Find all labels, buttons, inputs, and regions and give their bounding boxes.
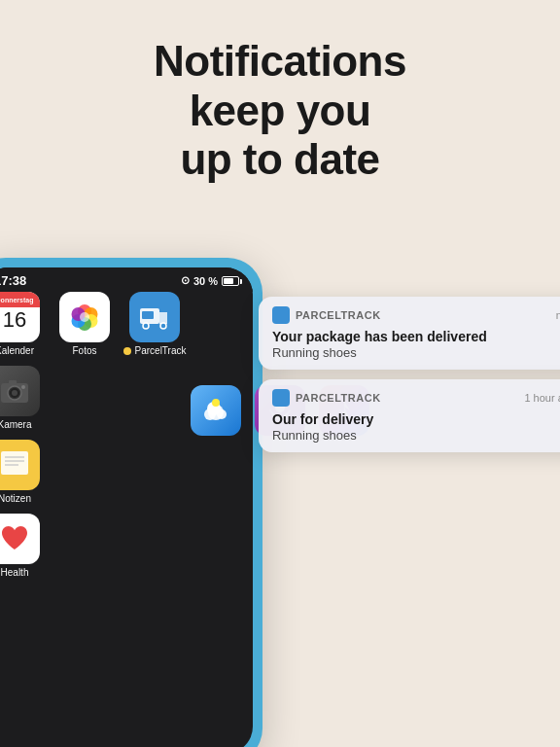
weather-app[interactable] bbox=[191, 385, 241, 436]
health-label: Health bbox=[1, 567, 29, 578]
app-row-4: Health bbox=[0, 514, 253, 578]
phone-mockup: 17:38 ⊙ 30 % Donnerstag 16 Kalender bbox=[0, 258, 282, 747]
svg-point-10 bbox=[160, 323, 166, 329]
kalender-app[interactable]: Donnerstag 16 Kalender bbox=[0, 292, 45, 356]
battery-icon bbox=[222, 276, 239, 286]
app-row-3: Notizen bbox=[0, 440, 253, 504]
kalender-day: Donnerstag bbox=[0, 292, 40, 307]
notifications-overlay: PARCELTRACK now Your package has been de… bbox=[259, 297, 560, 462]
notif-app-info-1: PARCELTRACK bbox=[272, 306, 381, 324]
svg-rect-16 bbox=[9, 380, 17, 384]
health-heart-icon bbox=[0, 522, 31, 555]
kalender-label: Kalender bbox=[0, 345, 34, 356]
notizen-app[interactable]: Notizen bbox=[0, 440, 45, 504]
parceltrack-label-wrap: ParcelTrack bbox=[123, 345, 187, 356]
parceltrack-label: ParcelTrack bbox=[135, 345, 187, 356]
fotos-icon bbox=[59, 292, 110, 342]
status-right: ⊙ 30 % bbox=[181, 274, 239, 287]
fotos-flower-icon bbox=[66, 299, 103, 336]
fotos-app[interactable]: Fotos bbox=[54, 292, 115, 356]
weather-icon bbox=[200, 395, 231, 426]
svg-point-26 bbox=[212, 399, 220, 407]
status-bar: 17:38 ⊙ 30 % bbox=[0, 267, 253, 292]
notification-dot bbox=[123, 347, 131, 355]
notif-app-icon-1 bbox=[272, 306, 290, 324]
notif-title-1: Your package has been delivered bbox=[272, 328, 560, 345]
notif-app-icon-2 bbox=[272, 389, 290, 407]
notification-card-2: PARCELTRACK 1 hour ago Our for delivery … bbox=[259, 379, 560, 452]
health-app[interactable]: Health bbox=[0, 514, 45, 578]
phone-screen: 17:38 ⊙ 30 % Donnerstag 16 Kalender bbox=[0, 267, 253, 747]
notizen-label: Notizen bbox=[0, 493, 31, 504]
parceltrack-app[interactable]: ParcelTrack bbox=[124, 292, 185, 356]
health-icon bbox=[0, 514, 40, 564]
parcel-truck-icon bbox=[138, 301, 171, 334]
notes-icon bbox=[0, 444, 32, 479]
svg-marker-8 bbox=[159, 312, 167, 324]
notizen-icon bbox=[0, 440, 40, 490]
header-section: Notifications keep you up to date bbox=[0, 0, 560, 204]
notif-subtitle-1: Running shoes bbox=[272, 345, 560, 360]
notif-title-2: Our for delivery bbox=[272, 410, 560, 428]
notif-subtitle-2: Running shoes bbox=[272, 428, 560, 443]
status-time: 17:38 bbox=[0, 273, 26, 288]
notif-time-1: now bbox=[556, 309, 560, 321]
app-row-1: Donnerstag 16 Kalender bbox=[0, 292, 253, 356]
notif-app-name-2: PARCELTRACK bbox=[296, 392, 381, 404]
svg-point-6 bbox=[80, 312, 89, 322]
svg-point-9 bbox=[143, 323, 149, 329]
svg-rect-11 bbox=[142, 311, 154, 319]
fotos-label: Fotos bbox=[72, 345, 96, 356]
svg-rect-18 bbox=[1, 451, 28, 475]
wifi-icon: ⊙ bbox=[181, 274, 190, 287]
notif-time-2: 1 hour ago bbox=[524, 392, 560, 404]
parceltrack-icon bbox=[129, 292, 180, 342]
notif-header-2: PARCELTRACK 1 hour ago bbox=[272, 389, 560, 407]
kalender-date: 16 bbox=[3, 309, 26, 331]
header-title: Notifications keep you up to date bbox=[0, 37, 560, 185]
battery-pct: 30 % bbox=[193, 275, 218, 287]
notif-app-name-1: PARCELTRACK bbox=[296, 309, 381, 321]
notif-app-info-2: PARCELTRACK bbox=[272, 389, 381, 407]
kalender-icon: Donnerstag 16 bbox=[0, 292, 40, 342]
notification-card-1: PARCELTRACK now Your package has been de… bbox=[259, 297, 560, 370]
phone-frame: 17:38 ⊙ 30 % Donnerstag 16 Kalender bbox=[0, 258, 262, 747]
notif-header-1: PARCELTRACK now bbox=[272, 306, 560, 324]
